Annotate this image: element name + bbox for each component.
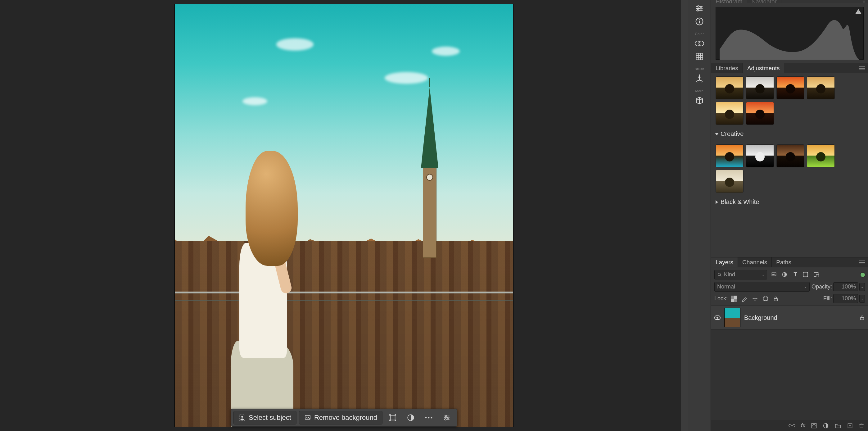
svg-rect-20: [699, 21, 700, 24]
select-subject-button[interactable]: Select subject: [234, 411, 297, 425]
preset-thumb[interactable]: [746, 76, 774, 99]
preset-thumb[interactable]: [776, 144, 804, 167]
svg-point-41: [813, 424, 815, 427]
filter-shape-icon[interactable]: [803, 271, 809, 278]
adjustment-icon-button[interactable]: [403, 411, 418, 424]
svg-rect-36: [734, 299, 737, 302]
histogram-panel-menu-icon[interactable]: ≡: [860, 0, 868, 3]
filter-smart-icon[interactable]: [813, 271, 820, 278]
fill-stepper[interactable]: ⌄: [859, 295, 865, 303]
layers-panel: Layers Channels Paths Kind ⌄: [711, 257, 868, 431]
svg-rect-30: [803, 276, 804, 277]
preset-thumb[interactable]: [776, 76, 804, 99]
preset-thumb[interactable]: [746, 102, 774, 125]
layer-name[interactable]: Background: [744, 314, 777, 321]
filter-adjustment-icon[interactable]: [781, 271, 788, 278]
tab-libraries[interactable]: Libraries: [711, 63, 743, 73]
properties-icon-button[interactable]: [439, 411, 455, 424]
svg-rect-6: [389, 420, 391, 421]
svg-rect-4: [389, 414, 391, 415]
layer-thumbnail[interactable]: [724, 308, 740, 327]
filter-pixel-icon[interactable]: [771, 271, 778, 278]
link-layers-icon[interactable]: [788, 423, 795, 428]
preset-thumb[interactable]: [716, 144, 744, 167]
tab-paths[interactable]: Paths: [772, 257, 796, 267]
preset-thumb[interactable]: [807, 76, 835, 99]
svg-point-12: [445, 415, 446, 417]
opacity-stepper[interactable]: ⌄: [859, 283, 865, 291]
person-icon: [239, 414, 246, 421]
filter-toggle-switch[interactable]: [861, 273, 865, 277]
clone-source-panel-icon[interactable]: [688, 72, 711, 85]
layer-filter-kind-select[interactable]: Kind ⌄: [714, 270, 767, 279]
lock-pixels-icon[interactable]: [741, 296, 748, 302]
delete-layer-icon[interactable]: [859, 423, 864, 429]
brush-group-label: Brush: [688, 67, 711, 72]
document-canvas[interactable]: [175, 4, 513, 427]
filter-type-icon[interactable]: T: [792, 271, 799, 278]
fill-label: Fill:: [823, 295, 832, 302]
svg-point-22: [699, 41, 704, 46]
section-toggle-creative[interactable]: Creative: [711, 127, 868, 141]
color-group-label: Color: [688, 32, 711, 37]
tab-channels[interactable]: Channels: [738, 257, 772, 267]
section-toggle-bw[interactable]: Black & White: [711, 195, 868, 209]
svg-point-11: [431, 417, 432, 419]
svg-rect-33: [816, 275, 819, 277]
chevron-down-icon: [715, 133, 719, 135]
new-layer-icon[interactable]: [847, 423, 853, 429]
preset-thumb[interactable]: [746, 144, 774, 167]
svg-rect-31: [807, 276, 808, 277]
layer-style-icon[interactable]: fx: [801, 422, 805, 429]
svg-point-16: [700, 8, 702, 9]
preset-thumb[interactable]: [807, 144, 835, 167]
new-adjustment-layer-icon[interactable]: [823, 423, 829, 429]
collapsed-panel-dock: Color Brush More: [688, 0, 711, 431]
grid-panel-icon[interactable]: [688, 50, 711, 63]
layer-locked-icon[interactable]: [859, 314, 865, 321]
adjustments-panel-menu-icon[interactable]: [856, 66, 868, 70]
layer-visibility-toggle[interactable]: [714, 315, 720, 320]
section-label-bw: Black & White: [720, 198, 759, 206]
more-icon-button[interactable]: [421, 411, 436, 424]
info-panel-icon[interactable]: [688, 15, 711, 28]
swatches-panel-icon[interactable]: [688, 37, 711, 50]
tab-adjustments[interactable]: Adjustments: [743, 63, 784, 73]
layer-list[interactable]: Background: [711, 306, 868, 420]
tab-layers[interactable]: Layers: [711, 257, 738, 267]
3d-panel-icon[interactable]: [688, 94, 711, 107]
image-remove-icon: [304, 414, 311, 421]
chevron-down-icon: ⌄: [762, 273, 764, 276]
svg-point-17: [697, 10, 699, 11]
layer-row[interactable]: Background: [711, 306, 868, 330]
lock-position-icon[interactable]: [752, 296, 758, 302]
new-group-icon[interactable]: [834, 423, 841, 429]
tab-histogram[interactable]: Histogram: [711, 0, 747, 3]
remove-background-button[interactable]: Remove background: [299, 411, 382, 425]
transform-icon-button[interactable]: [385, 411, 400, 424]
lock-all-icon[interactable]: [773, 296, 779, 302]
canvas-scrollbar[interactable]: [681, 0, 688, 431]
lock-transparent-icon[interactable]: [731, 296, 737, 302]
histogram-display[interactable]: [716, 7, 864, 60]
blend-mode-select[interactable]: Normal ⌄: [714, 282, 810, 291]
layers-panel-menu-icon[interactable]: [856, 260, 868, 265]
fill-input[interactable]: 100%: [833, 294, 858, 303]
contextual-task-bar: Select subject Remove background: [231, 409, 457, 427]
preset-thumb[interactable]: [716, 102, 744, 125]
preset-thumb[interactable]: [716, 76, 744, 99]
svg-point-13: [447, 417, 449, 419]
svg-rect-3: [390, 415, 395, 420]
properties-panel-icon[interactable]: [688, 2, 711, 15]
svg-rect-27: [804, 273, 807, 276]
select-subject-label: Select subject: [249, 413, 291, 422]
opacity-input[interactable]: 100%: [833, 282, 858, 291]
tab-navigator[interactable]: Navigator: [747, 0, 781, 3]
adjustment-presets-creative: [711, 141, 868, 195]
lock-artboard-icon[interactable]: [763, 296, 769, 302]
layer-mask-icon[interactable]: [811, 423, 817, 429]
svg-rect-38: [774, 299, 778, 301]
kind-label: Kind: [724, 271, 735, 278]
preset-thumb[interactable]: [716, 170, 744, 193]
chevron-down-icon: ⌄: [804, 285, 807, 288]
